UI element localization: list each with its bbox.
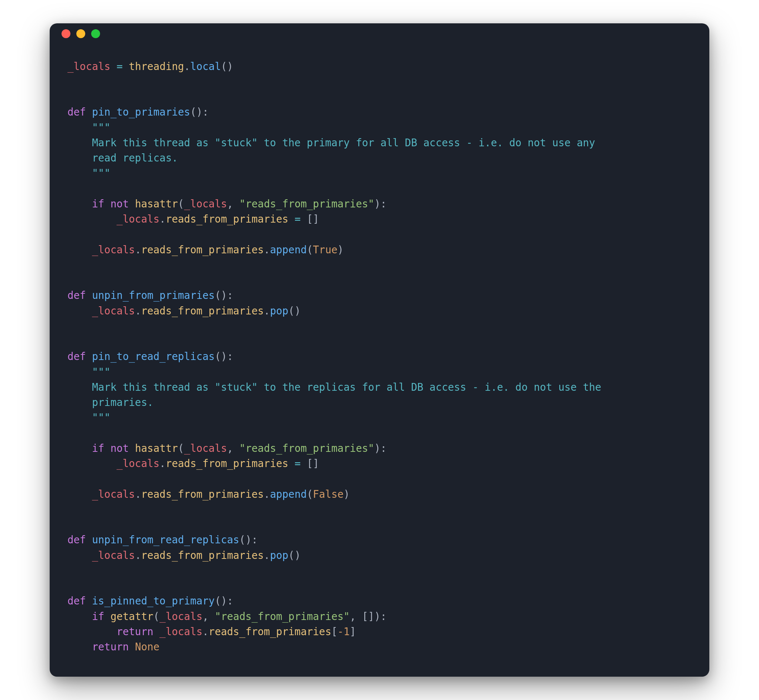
function-call: local [190,60,221,72]
paren-close: ): [374,610,387,622]
code-content: _locals = threading.local() def pin_to_p… [50,44,709,677]
index-num: -1 [338,625,350,638]
obj: _locals [92,244,135,256]
string-arg: "reads_from_primaries" [239,442,374,454]
paren-open: ( [153,610,160,622]
paren-close: ): [374,442,387,454]
dot-punc: . [160,213,166,225]
function-name: unpin_from_primaries [92,289,214,301]
const-false: False [313,488,344,500]
docstring-line: primaries. [67,396,153,408]
dot-punc: . [135,244,141,256]
dot-punc: . [135,488,141,500]
method-call: append [270,244,307,256]
obj: _locals [92,305,135,317]
comma: , [227,198,239,209]
bracket-close: ] [350,625,356,638]
keyword-not: not [110,442,129,454]
keyword-if: if [92,198,104,209]
builtin-getattr: getattr [110,610,153,622]
signature: (): [214,350,233,362]
parens: () [288,305,300,317]
comma: , [350,610,362,622]
dot-punc: . [160,458,166,469]
arg: _locals [160,610,202,622]
paren-close: ) [338,244,344,256]
keyword-return: return [116,625,153,638]
signature: (): [214,595,233,607]
operator-equals: = [295,213,301,225]
signature: (): [239,534,258,545]
signature: (): [214,289,233,301]
attr: reads_from_primaries [141,488,264,500]
empty-list-arg: [] [362,610,374,622]
attr: reads_from_primaries [141,305,264,317]
operator-equals: = [116,60,123,72]
comma: , [202,610,214,622]
parens: () [221,60,233,72]
assign-empty [288,458,295,469]
dot-punc: . [202,625,209,638]
paren-open: ( [307,244,313,256]
attr: reads_from_primaries [166,213,288,225]
keyword-def: def [67,350,86,362]
paren-close: ) [344,488,350,500]
empty-list: [] [300,458,319,469]
obj: _locals [116,213,160,225]
docstring-line: read replicas. [67,152,178,164]
method-call: append [270,488,307,500]
dot-punc: . [264,549,270,561]
comma: , [227,442,239,454]
paren-open: ( [178,198,184,209]
docstring-line: Mark this thread as "stuck" to the prima… [67,137,595,148]
dot-punc: . [135,305,141,317]
const-none: None [135,641,160,653]
titlebar [50,23,709,44]
attr: reads_from_primaries [141,549,264,561]
paren-close: ): [374,198,387,209]
string-arg: "reads_from_primaries" [239,198,374,209]
dot-punc: . [264,488,270,500]
docstring-line: """ [67,122,110,133]
docstring-line: """ [67,411,110,423]
docstring-line: """ [67,167,110,179]
docstring-line: Mark this thread as "stuck" to the repli… [67,381,601,393]
keyword-def: def [67,106,86,118]
attr: reads_from_primaries [209,625,331,638]
arg: _locals [184,442,227,454]
method-call: pop [270,549,288,561]
empty-list: [] [300,213,319,225]
string-arg: "reads_from_primaries" [214,610,349,622]
keyword-if: if [92,442,104,454]
minimize-icon[interactable] [76,29,85,38]
keyword-if: if [92,610,104,622]
keyword-not: not [110,198,129,209]
function-name: pin_to_primaries [92,106,190,118]
builtin-hasattr: hasattr [135,198,178,209]
close-icon[interactable] [61,29,70,38]
function-name: pin_to_read_replicas [92,350,214,362]
docstring-line: """ [67,366,110,378]
const-true: True [313,244,337,256]
obj: _locals [116,458,160,469]
obj: _locals [160,625,202,638]
variable-name: _locals [67,60,110,72]
keyword-return: return [92,641,128,653]
zoom-icon[interactable] [91,29,100,38]
method-call: pop [270,305,288,317]
dot-punc: . [184,60,191,72]
arg: _locals [184,198,227,209]
attr: reads_from_primaries [141,244,264,256]
function-name: is_pinned_to_primary [92,595,214,607]
dot-punc: . [264,244,270,256]
keyword-def: def [67,595,86,607]
attr: reads_from_primaries [166,458,288,469]
keyword-def: def [67,289,86,301]
dot-punc: . [264,305,270,317]
obj: _locals [92,488,135,500]
signature: (): [190,106,209,118]
assign-empty [288,213,295,225]
operator-equals: = [295,458,301,469]
module-name: threading [129,60,184,72]
dot-punc: . [135,549,141,561]
